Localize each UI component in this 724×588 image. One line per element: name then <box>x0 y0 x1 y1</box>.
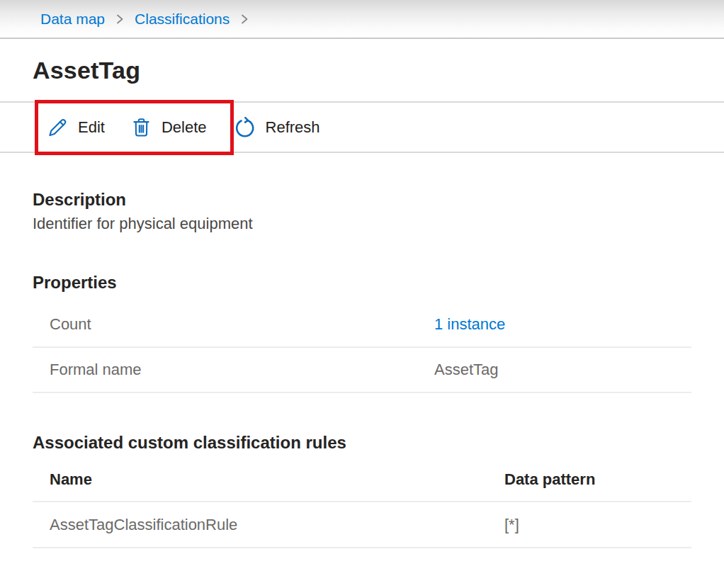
rules-table: Name Data pattern AssetTagClassification… <box>33 458 691 548</box>
rules-table-header: Name Data pattern <box>33 458 691 502</box>
command-bar: Edit Delete <box>0 103 724 153</box>
count-instances-link[interactable]: 1 instance <box>434 315 505 334</box>
chevron-right-icon <box>239 12 250 26</box>
table-row: Formal name AssetTag <box>33 348 691 393</box>
property-label-formal-name: Formal name <box>50 361 434 379</box>
rule-name-cell: AssetTagClassificationRule <box>50 516 504 534</box>
page-header: AssetTag <box>0 39 724 103</box>
edit-button-label: Edit <box>78 118 105 137</box>
main-content: Description Identifier for physical equi… <box>0 190 724 548</box>
chevron-right-icon <box>114 12 125 26</box>
breadcrumb-link-data-map[interactable]: Data map <box>40 11 105 28</box>
properties-heading: Properties <box>33 273 691 293</box>
formal-name-value: AssetTag <box>434 361 499 379</box>
description-heading: Description <box>33 190 691 210</box>
trash-icon <box>130 116 152 138</box>
delete-button[interactable]: Delete <box>130 116 207 138</box>
property-label-count: Count <box>50 315 434 334</box>
table-row: Count 1 instance <box>33 303 691 348</box>
table-row: AssetTagClassificationRule [*] <box>33 502 691 548</box>
refresh-button[interactable]: Refresh <box>232 115 320 140</box>
rule-pattern-cell: [*] <box>504 516 519 534</box>
column-header-data-pattern: Data pattern <box>504 470 595 489</box>
refresh-button-label: Refresh <box>266 118 320 137</box>
refresh-icon <box>232 115 256 140</box>
pencil-icon <box>47 116 69 138</box>
description-text: Identifier for physical equipment <box>33 215 691 233</box>
breadcrumb-bar: Data map Classifications <box>0 0 724 39</box>
breadcrumb: Data map Classifications <box>40 11 250 28</box>
delete-button-label: Delete <box>162 118 207 137</box>
edit-button[interactable]: Edit <box>47 116 105 138</box>
properties-table: Count 1 instance Formal name AssetTag <box>33 303 691 393</box>
page-title: AssetTag <box>33 57 140 84</box>
breadcrumb-link-classifications[interactable]: Classifications <box>135 11 230 28</box>
rules-heading: Associated custom classification rules <box>33 433 691 453</box>
column-header-name: Name <box>50 470 504 489</box>
classification-detail-page: Data map Classifications AssetTag <box>0 0 724 588</box>
